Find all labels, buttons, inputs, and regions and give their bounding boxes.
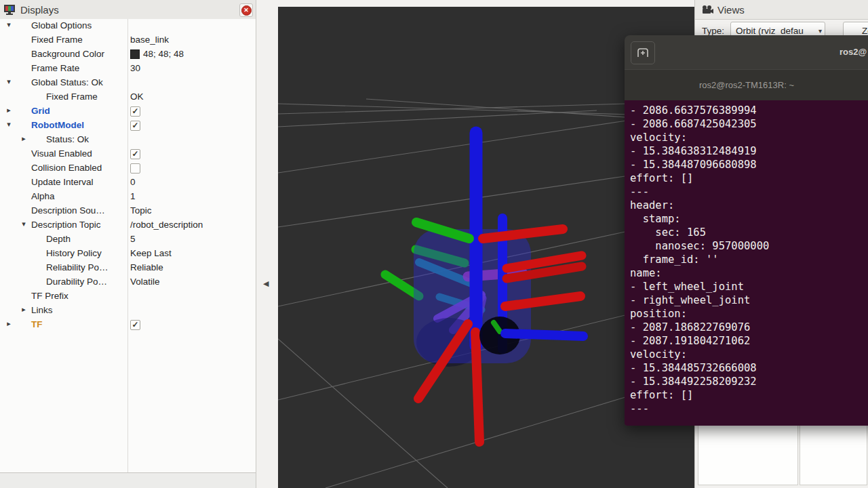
tree-row-label: Global Options [31, 20, 92, 30]
property-value[interactable]: 5 [130, 234, 136, 244]
enable-checkbox[interactable] [130, 163, 140, 174]
expander-icon[interactable]: ▾ [19, 220, 28, 228]
views-panel-titlebar: Views [695, 0, 868, 20]
property-value[interactable]: 30 [130, 63, 140, 73]
terminal-window-title: ros2@ [840, 47, 867, 57]
tree-row-label: Reliability Po… [46, 262, 108, 272]
expander-icon[interactable]: ▸ [4, 319, 14, 328]
expander-icon[interactable]: ▾ [4, 20, 14, 29]
tree-row-label: TF [31, 319, 43, 329]
tree-row-label: Links [31, 305, 53, 315]
displays-column-divider[interactable] [127, 19, 128, 473]
tree-row-label: Update Interval [31, 177, 94, 187]
checkbox-unchecked[interactable] [130, 163, 140, 174]
terminal-output[interactable]: - 2086.6637576389994 - 2086.668742504230… [625, 100, 868, 426]
tree-row-label: Description Topic [31, 220, 101, 230]
tree-row-label: Background Color [31, 49, 104, 59]
property-value[interactable]: Topic [130, 205, 152, 216]
enable-checkbox[interactable]: ✓ [130, 120, 140, 131]
tree-row-label: Fixed Frame [46, 92, 98, 102]
tree-row-label: Frame Rate [31, 63, 79, 73]
tree-row-label: Status: Ok [46, 134, 89, 144]
terminal-text: - 2086.6637576389994 - 2086.668742504230… [625, 100, 868, 415]
views-panel-icon [701, 5, 713, 14]
property-value[interactable]: 0 [130, 177, 136, 187]
tree-row-label: Global Status: Ok [31, 77, 103, 87]
enable-checkbox[interactable]: ✓ [130, 148, 140, 159]
robot-model [385, 133, 583, 442]
property-value[interactable]: OK [130, 92, 144, 102]
new-tab-button[interactable] [631, 41, 655, 64]
property-value[interactable]: 1 [130, 191, 136, 201]
terminal-titlebar: ros2@ [625, 35, 868, 69]
displays-panel-titlebar: Displays ✕ [0, 0, 256, 20]
expander-icon[interactable]: ▾ [4, 120, 14, 129]
new-tab-icon [637, 47, 649, 58]
tree-row-label: Alpha [31, 191, 55, 201]
tree-row-label: TF Prefix [31, 291, 68, 301]
property-value[interactable]: Keep Last [130, 248, 172, 258]
tree-row-label: Grid [31, 106, 50, 116]
expander-icon[interactable]: ▾ [4, 77, 14, 86]
panel-collapse-arrow-icon[interactable]: ◀ [263, 279, 269, 288]
terminal-window: ros2@ ros2@ros2-TM1613R: ~ ▾ - 2086.6637… [625, 35, 868, 426]
tree-row-label: History Policy [46, 248, 102, 258]
views-panel-title: Views [717, 4, 745, 16]
property-value[interactable]: /robot_description [130, 220, 203, 230]
checkbox-checked[interactable]: ✓ [130, 149, 140, 159]
chevron-down-icon: ▾ [818, 27, 822, 35]
view-type-value: Orbit (rviz_defau [736, 26, 804, 36]
checkbox-checked[interactable]: ✓ [130, 106, 140, 117]
tree-row-label: Fixed Frame [31, 35, 83, 45]
color-value[interactable]: 48; 48; 48 [130, 49, 184, 59]
checkbox-checked[interactable]: ✓ [130, 121, 140, 131]
tree-row-label: Depth [46, 234, 71, 244]
displays-panel: Displays ✕ ▾Global OptionsFixed Framebas… [0, 0, 256, 488]
color-swatch [130, 49, 140, 59]
property-value[interactable]: base_link [130, 35, 169, 45]
tree-row-label: Description Sou… [31, 205, 105, 216]
enable-checkbox[interactable]: ✓ [130, 319, 140, 330]
displays-bottom-bar [0, 472, 256, 488]
checkbox-checked[interactable]: ✓ [130, 320, 140, 330]
tree-row-label: Visual Enabled [31, 148, 92, 159]
enable-checkbox[interactable]: ✓ [130, 106, 140, 117]
expander-icon[interactable]: ▸ [4, 106, 14, 115]
tree-row-label: Durability Po… [46, 277, 107, 287]
terminal-tabbar: ros2@ros2-TM1613R: ~ ▾ [625, 69, 868, 101]
expander-icon[interactable]: ▸ [19, 305, 28, 314]
property-value[interactable]: Reliable [130, 262, 163, 272]
terminal-tab[interactable]: ros2@ros2-TM1613R: ~ [625, 80, 868, 90]
expander-icon[interactable]: ▸ [19, 134, 28, 143]
displays-panel-title: Displays [20, 4, 59, 16]
displays-panel-icon [3, 4, 16, 16]
view-type-label: Type: [702, 26, 724, 36]
displays-close-button[interactable]: ✕ [239, 3, 253, 17]
tree-row-label: RobotModel [31, 120, 84, 130]
close-icon: ✕ [241, 5, 252, 16]
tree-row-label: Collision Enabled [31, 163, 102, 173]
property-value[interactable]: Volatile [130, 277, 160, 287]
